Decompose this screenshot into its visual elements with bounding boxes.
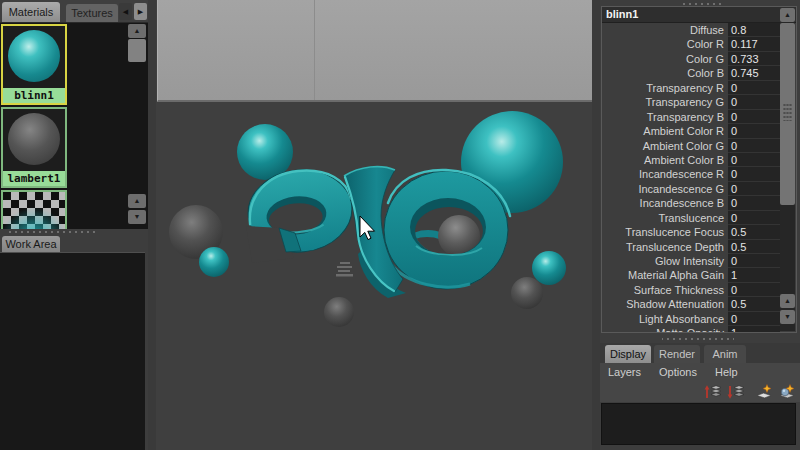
attribute-value-field[interactable]: 0	[728, 95, 780, 109]
attribute-row: Shadow Attenuation 0.5	[602, 297, 780, 311]
attribute-label: Transparency B	[602, 110, 724, 124]
3d-viewport[interactable]	[148, 0, 600, 450]
attribute-value-field[interactable]: 0	[728, 312, 780, 326]
panel-resize-grip[interactable]	[662, 336, 734, 342]
vertical-divider-right[interactable]	[592, 0, 600, 450]
faint-viewport-marks	[336, 262, 353, 277]
work-area-canvas[interactable]	[0, 252, 145, 450]
small-teal-sphere-right	[532, 251, 566, 285]
attribute-label: Color R	[602, 37, 724, 51]
create-empty-layer-icon[interactable]	[755, 384, 773, 400]
tab-materials[interactable]: Materials	[2, 2, 60, 22]
attribute-row: Diffuse 0.8	[602, 23, 780, 37]
gray-sphere-right	[511, 277, 543, 309]
attribute-value-field[interactable]: 0	[728, 167, 780, 181]
move-layer-down-icon[interactable]	[727, 384, 745, 400]
tab-work-area[interactable]: Work Area	[2, 236, 60, 252]
swatch-blinn1-label: blinn1	[3, 88, 65, 103]
attribute-value-field[interactable]: 0.5	[728, 297, 780, 311]
attribute-row: Transparency B 0	[602, 110, 780, 124]
scroll-down-icon[interactable]: ▼	[128, 210, 146, 224]
attribute-value-field[interactable]: 0	[728, 182, 780, 196]
hypershade-window: Materials Textures ◀ ▶ blinn1 lambert1	[0, 0, 800, 450]
tab-scroll-right-icon[interactable]: ▶	[134, 3, 147, 20]
scroll-up-icon[interactable]: ▲	[128, 24, 146, 38]
menu-options[interactable]: Options	[659, 363, 697, 382]
attribute-value-field[interactable]: 0	[728, 139, 780, 153]
attribute-row: Incandescence G 0	[602, 182, 780, 196]
attribute-label: Ambient Color G	[602, 139, 724, 153]
attribute-spreadsheet: blinn1 Diffuse 0.8 Color R 0.117 Color G	[601, 6, 797, 333]
blinn1-preview	[3, 26, 65, 88]
attribute-value-field[interactable]: 0.8	[728, 23, 780, 37]
attribute-label: Matte Opacity	[602, 326, 724, 332]
attribute-row: Translucence 0	[602, 211, 780, 225]
attribute-row: Ambient Color R 0	[602, 124, 780, 138]
scroll-down-icon[interactable]: ▼	[780, 310, 795, 324]
scroll-up-icon[interactable]: ▲	[128, 194, 146, 208]
attribute-value-field[interactable]: 0	[728, 283, 780, 297]
attribute-value-field[interactable]: 0	[728, 254, 780, 268]
attribute-label: Ambient Color R	[602, 124, 724, 138]
attribute-label: Color B	[602, 66, 724, 80]
create-layer-from-selected-icon[interactable]	[778, 384, 796, 400]
tab-scroll-left-icon[interactable]: ◀	[119, 3, 132, 20]
attribute-label: Glow Intensity	[602, 254, 724, 268]
panel-resize-grip[interactable]	[6, 229, 98, 235]
attribute-label: Transparency R	[602, 81, 724, 95]
attribute-value-field[interactable]: 0	[728, 110, 780, 124]
scrollbar-thumb[interactable]	[780, 23, 795, 205]
attribute-row: Ambient Color G 0	[602, 139, 780, 153]
scrollbar-thumb[interactable]	[128, 39, 146, 62]
checker-preview	[3, 192, 65, 229]
attribute-row: Incandescence R 0	[602, 167, 780, 181]
scroll-up-icon[interactable]: ▲	[780, 8, 795, 22]
attribute-value-field[interactable]: 1	[728, 326, 780, 332]
attribute-value-field[interactable]: 0	[728, 153, 780, 167]
layer-editor-tab-bar: Display Render Anim	[600, 343, 800, 363]
layer-editor-icon-bar	[600, 382, 800, 402]
attribute-value-field[interactable]: 0.117	[728, 37, 780, 51]
swatch-lambert1-label: lambert1	[3, 171, 65, 186]
tab-render[interactable]: Render	[654, 345, 700, 363]
attribute-row: Transparency G 0	[602, 95, 780, 109]
checker-teal-glow	[3, 192, 65, 229]
swatch-blinn1[interactable]: blinn1	[1, 24, 67, 105]
move-layer-up-icon[interactable]	[704, 384, 722, 400]
attribute-row: Color G 0.733	[602, 52, 780, 66]
attribute-value-field[interactable]: 0.745	[728, 66, 780, 80]
small-teal-sphere-left	[199, 247, 229, 277]
materials-swatch-list[interactable]: blinn1 lambert1 ▲ ▲ ▼	[0, 23, 148, 229]
attribute-label: Surface Thickness	[602, 283, 724, 297]
tab-display[interactable]: Display	[605, 345, 651, 363]
tab-textures[interactable]: Textures	[66, 4, 118, 22]
tab-anim[interactable]: Anim	[704, 345, 746, 363]
layer-list[interactable]	[601, 403, 796, 445]
swatch-checker-texture[interactable]	[1, 190, 67, 229]
attribute-value-field[interactable]: 1	[728, 268, 780, 282]
attribute-label: Incandescence B	[602, 196, 724, 210]
attribute-label: Incandescence G	[602, 182, 724, 196]
attribute-value-field[interactable]: 0	[728, 211, 780, 225]
attribute-value-field[interactable]: 0	[728, 81, 780, 95]
attribute-label: Translucence Depth	[602, 240, 724, 254]
attribute-panel: blinn1 Diffuse 0.8 Color R 0.117 Color G	[600, 0, 800, 450]
attribute-value-field[interactable]: 0	[728, 124, 780, 138]
menu-layers[interactable]: Layers	[608, 363, 641, 382]
attribute-value-field[interactable]: 0.733	[728, 52, 780, 66]
scroll-up-icon[interactable]: ▲	[780, 294, 795, 308]
attribute-rows: Diffuse 0.8 Color R 0.117 Color G 0.733	[602, 23, 780, 332]
attribute-scrollbar[interactable]: ▲ ▲ ▼	[780, 8, 795, 331]
attribute-value-field[interactable]: 0	[728, 196, 780, 210]
swatch-lambert1[interactable]: lambert1	[1, 107, 67, 188]
attribute-row: Glow Intensity 0	[602, 254, 780, 268]
menu-help[interactable]: Help	[715, 363, 738, 382]
attribute-label: Shadow Attenuation	[602, 297, 724, 311]
attribute-row: Transparency R 0	[602, 81, 780, 95]
vertical-divider-left[interactable]	[148, 0, 156, 450]
panel-seam	[314, 0, 315, 100]
materials-panel: Materials Textures ◀ ▶ blinn1 lambert1	[0, 0, 148, 450]
attribute-row: Surface Thickness 0	[602, 283, 780, 297]
attribute-value-field[interactable]: 0.5	[728, 240, 780, 254]
attribute-value-field[interactable]: 0.5	[728, 225, 780, 239]
